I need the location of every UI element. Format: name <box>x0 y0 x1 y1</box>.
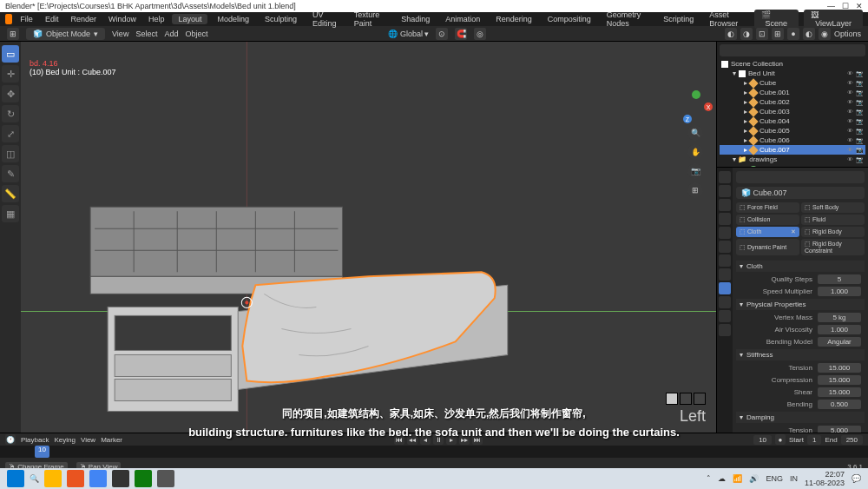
render-icon[interactable]: 📷 <box>856 89 864 96</box>
panel-stiffness[interactable]: ▾ Stiffness <box>736 349 865 360</box>
physics-soft-body-button[interactable]: ⬚ Soft Body <box>801 202 865 213</box>
view-menu[interactable]: View <box>112 30 128 38</box>
overlay-toggle-icon[interactable]: ◑ <box>740 28 753 40</box>
bending-input[interactable]: 0.500 <box>818 400 861 409</box>
tab-material[interactable] <box>719 324 731 336</box>
start-frame-input[interactable]: 1 <box>807 435 821 445</box>
viewlayer-dropdown[interactable]: 🖼 ViewLayer <box>804 10 863 29</box>
taskbar-app[interactable] <box>157 470 174 487</box>
timeline-ruler[interactable]: 10 <box>0 446 868 458</box>
tray-time[interactable]: 22:07 <box>805 470 845 479</box>
speed-mult-input[interactable]: 1.000 <box>818 287 861 296</box>
render-icon[interactable]: 📷 <box>856 70 864 77</box>
axis-x-icon[interactable]: X <box>704 102 713 111</box>
nav-gizmo[interactable]: X Z <box>680 90 711 122</box>
tab-modifiers[interactable] <box>719 254 731 267</box>
physics-cloth-button[interactable]: ⬚ Cloth✕ <box>736 227 799 237</box>
workspace-compositing[interactable]: Compositing <box>542 14 597 24</box>
tray-notifications-icon[interactable]: 💬 <box>852 474 861 483</box>
d-tension-input[interactable]: 5.000 <box>818 426 861 433</box>
workspace-assetbrowser[interactable]: Asset Browser <box>703 10 750 29</box>
tool-addcube[interactable]: ▦ <box>2 205 19 222</box>
end-frame-input[interactable]: 250 <box>841 435 863 445</box>
options-dropdown[interactable]: Options <box>834 30 861 38</box>
render-icon[interactable]: 📷 <box>856 118 864 125</box>
timeline-editor-icon[interactable]: 🕐 <box>5 434 16 445</box>
taskbar-app[interactable] <box>67 470 84 487</box>
menu-help[interactable]: Help <box>144 14 169 24</box>
bend-model-dropdown[interactable]: Angular <box>818 337 861 347</box>
tree-item-Cube.006[interactable]: ▸ Cube.006👁📷 <box>720 135 865 145</box>
workspace-layout[interactable]: Layout <box>172 14 207 24</box>
render-icon[interactable]: 📷 <box>856 137 864 144</box>
props-search[interactable] <box>736 171 865 183</box>
tool-scale[interactable]: ⤢ <box>2 125 19 142</box>
tool-annotate[interactable]: ✎ <box>2 165 19 182</box>
shading-rendered-icon[interactable]: ◉ <box>819 28 831 40</box>
axis-z-icon[interactable]: Z <box>683 115 692 123</box>
marker-menu[interactable]: Marker <box>101 436 122 444</box>
menu-render[interactable]: Render <box>66 14 101 24</box>
playhead[interactable]: 10 <box>35 446 49 458</box>
tab-physics[interactable] <box>719 282 731 294</box>
shear-input[interactable]: 15.000 <box>818 387 861 397</box>
taskbar-app[interactable] <box>44 470 62 487</box>
tree-item-Cube.005[interactable]: ▸ Cube.005👁📷 <box>720 126 865 135</box>
tree-item-Cube.002[interactable]: ▸ Cube.002👁📷 <box>720 97 865 107</box>
tab-scene[interactable] <box>719 213 731 225</box>
tray-chevron-icon[interactable]: ˄ <box>707 474 711 483</box>
tool-measure[interactable]: 📏 <box>2 185 19 202</box>
render-icon[interactable]: 📷 <box>856 109 864 116</box>
zoom-icon[interactable]: 🔍 <box>687 125 703 141</box>
vis-icon[interactable]: 👁 <box>847 147 853 154</box>
tree-item-Cube.003[interactable]: ▸ Cube.003👁📷 <box>720 107 865 116</box>
taskbar-app[interactable] <box>135 470 152 487</box>
shading-solid-icon[interactable]: ● <box>787 28 799 40</box>
tool-select[interactable]: ▭ <box>2 45 19 63</box>
shading-matprev-icon[interactable]: ◐ <box>803 28 815 40</box>
pivot-icon[interactable]: ⊙ <box>436 28 448 40</box>
workspace-scripting[interactable]: Scripting <box>657 14 700 24</box>
xray-icon[interactable]: ⊡ <box>756 28 768 40</box>
physics-rigid-body-button[interactable]: ⬚ Rigid Body <box>801 227 865 237</box>
select-menu[interactable]: Select <box>135 30 157 38</box>
outliner[interactable]: Scene Collection ▾ Bed Unit 👁📷 ▸ Cube👁📷▸… <box>717 42 868 168</box>
workspace-uv[interactable]: UV Editing <box>306 10 345 29</box>
tool-cursor[interactable]: ✛ <box>2 65 19 83</box>
workspace-rendering[interactable]: Rendering <box>490 14 538 24</box>
panel-damping[interactable]: ▾ Damping <box>736 412 865 423</box>
taskbar-app[interactable] <box>112 470 129 487</box>
workspace-sculpting[interactable]: Sculpting <box>259 14 303 24</box>
view-menu-tl[interactable]: View <box>81 436 95 444</box>
tree-drawings[interactable]: ▾ 📁 drawings 👁📷 <box>720 155 865 164</box>
physics-dynamic-paint-button[interactable]: ⬚ Dynamic Paint <box>736 239 799 255</box>
start-button[interactable] <box>7 470 24 487</box>
axis-y-icon[interactable] <box>692 90 700 99</box>
air-visc-input[interactable]: 1.000 <box>818 325 861 334</box>
tab-object[interactable] <box>719 241 731 253</box>
proportional-icon[interactable]: ◎ <box>474 28 486 40</box>
render-icon[interactable]: 📷 <box>856 99 864 106</box>
object-menu[interactable]: Object <box>185 30 207 38</box>
tray-wifi-icon[interactable]: 📶 <box>733 474 742 483</box>
mode-dropdown[interactable]: 🧊 Object Mode ▾ <box>26 28 105 40</box>
camera-icon[interactable]: 📷 <box>687 163 703 179</box>
vertex-mass-input[interactable]: 5 kg <box>818 313 861 322</box>
physics-fluid-button[interactable]: ⬚ Fluid <box>801 215 865 225</box>
vis-icon[interactable]: 👁 <box>847 70 853 77</box>
vis-icon[interactable]: 👁 <box>847 89 853 96</box>
taskbar-app[interactable] <box>89 470 107 487</box>
physics-force-field-button[interactable]: ⬚ Force Field <box>736 202 799 213</box>
tree-item-Cube.004[interactable]: ▸ Cube.004👁📷 <box>720 116 865 126</box>
perspective-icon[interactable]: ⊞ <box>687 182 703 198</box>
orientation-dropdown[interactable]: 🌐 Global ▾ <box>388 30 429 38</box>
compression-input[interactable]: 15.000 <box>818 375 861 385</box>
panel-physical[interactable]: ▾ Physical Properties <box>736 299 865 310</box>
tension-input[interactable]: 15.000 <box>818 363 861 373</box>
render-icon[interactable]: 📷 <box>856 128 864 135</box>
vis-icon[interactable]: 👁 <box>847 137 853 144</box>
tree-bed-unit[interactable]: ▾ Bed Unit 👁📷 <box>720 69 865 78</box>
tool-rotate[interactable]: ↻ <box>2 105 19 122</box>
tray-volume-icon[interactable]: 🔊 <box>749 474 759 483</box>
tab-render[interactable] <box>719 171 731 183</box>
